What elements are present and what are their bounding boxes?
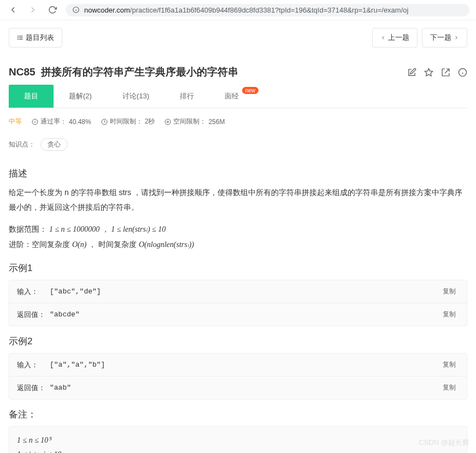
problem-list-button[interactable]: 题目列表	[9, 28, 62, 48]
edit-icon[interactable]	[407, 68, 416, 77]
example1-input-row: 输入： ["abc","de"] 复制	[9, 280, 467, 303]
browser-bar: nowcoder.com/practice/f1f6a1a1b6f6409b94…	[0, 0, 476, 20]
meta-row: 中等 通过率：40.48% 时间限制：2秒 空间限制：256M	[9, 108, 467, 135]
prev-label: 上一题	[388, 33, 409, 43]
svg-point-14	[167, 121, 169, 122]
svg-point-6	[18, 39, 19, 40]
share-icon[interactable]	[441, 68, 450, 77]
chevron-left-icon	[380, 35, 386, 40]
desc-body: 给定一个长度为 n 的字符串数组 strs ，请找到一种拼接顺序，使得数组中所有…	[9, 185, 467, 214]
example2-title: 示例2	[9, 335, 467, 348]
title-row: NC85 拼接所有的字符串产生字典序最小的字符串	[9, 55, 467, 85]
url-bar[interactable]: nowcoder.com/practice/f1f6a1a1b6f6409b94…	[66, 4, 469, 16]
reload-button[interactable]	[46, 3, 59, 16]
example2-input-row: 输入： ["a","a","b"] 复制	[9, 354, 467, 376]
pass-rate: 通过率：40.48%	[32, 117, 91, 126]
remark-line2: 1 ≤ |strsᵢ| ≤ 10	[17, 448, 459, 453]
example1-box: 输入： ["abc","de"] 复制 返回值： "abcde" 复制	[9, 280, 467, 326]
example1-return-row: 返回值： "abcde" 复制	[9, 303, 467, 326]
example2-box: 输入： ["a","a","b"] 复制 返回值： "aab" 复制	[9, 353, 467, 399]
tab-discuss[interactable]: 讨论(13)	[107, 85, 164, 108]
example1-title: 示例1	[9, 262, 467, 274]
svg-point-13	[165, 119, 171, 125]
svg-point-11	[32, 119, 38, 125]
prev-problem-button[interactable]: 上一题	[372, 28, 418, 48]
svg-point-5	[18, 38, 19, 38]
site-info-icon	[72, 6, 80, 14]
range-math: 1 ≤ n ≤ 1000000 ， 1 ≤ len(strsᵢ) ≤ 10	[49, 225, 166, 233]
url-domain: nowcoder.com	[84, 6, 130, 14]
tab-rank[interactable]: 排行	[164, 85, 209, 108]
data-range: 数据范围： 1 ≤ n ≤ 1000000 ， 1 ≤ len(strsᵢ) ≤…	[9, 222, 467, 252]
tab-experience[interactable]: 面经 new	[209, 85, 254, 108]
svg-marker-7	[425, 68, 432, 75]
title-actions	[407, 68, 467, 77]
copy-button[interactable]: 复制	[439, 286, 459, 297]
tab-solution[interactable]: 题解(2)	[54, 85, 107, 108]
remark-title: 备注：	[9, 408, 467, 421]
next-label: 下一题	[430, 33, 451, 43]
example1-input: ["abc","de"]	[50, 287, 439, 296]
knowledge-label: 知识点：	[9, 140, 35, 149]
tab-problem[interactable]: 题目	[9, 85, 54, 108]
problem-title: NC85 拼接所有的字符串产生字典序最小的字符串	[9, 65, 238, 79]
example2-return: "aab"	[50, 384, 439, 392]
problem-list-label: 题目列表	[26, 33, 54, 43]
back-button[interactable]	[7, 3, 20, 16]
knowledge-chip[interactable]: 贪心	[40, 138, 68, 151]
space-limit: 空间限制：256M	[164, 117, 225, 126]
space-icon	[164, 119, 171, 125]
forward-button[interactable]	[26, 3, 39, 16]
content: NC85 拼接所有的字符串产生字典序最小的字符串 题目 题解(2) 讨论(13)…	[0, 55, 476, 453]
svg-point-4	[18, 36, 19, 37]
remark-box: 1 ≤ n ≤ 10⁵ 1 ≤ |strsᵢ| ≤ 10	[9, 426, 467, 453]
copy-button[interactable]: 复制	[439, 382, 459, 393]
knowledge-row: 知识点： 贪心	[9, 135, 467, 161]
tabs: 题目 题解(2) 讨论(13) 排行 面经 new	[9, 85, 467, 108]
example2-return-row: 返回值： "aab" 复制	[9, 376, 467, 399]
url-path: /practice/f1f6a1a1b6f6409b944f869dc8fd33…	[130, 6, 409, 14]
check-circle-icon	[32, 119, 38, 125]
topbar: 题目列表 上一题 下一题	[0, 20, 476, 55]
info-icon[interactable]	[458, 68, 467, 77]
difficulty-tag: 中等	[9, 117, 22, 126]
chevron-right-icon	[454, 35, 459, 40]
clock-icon	[101, 119, 108, 125]
remark-line1: 1 ≤ n ≤ 10⁵	[17, 433, 459, 447]
example2-input: ["a","a","b"]	[50, 361, 439, 369]
copy-button[interactable]: 复制	[439, 359, 459, 370]
example1-return: "abcde"	[50, 310, 439, 319]
star-icon[interactable]	[424, 68, 433, 77]
next-problem-button[interactable]: 下一题	[422, 28, 467, 48]
time-limit: 时间限制：2秒	[101, 117, 155, 126]
copy-button[interactable]: 复制	[439, 309, 459, 320]
new-badge: new	[242, 87, 258, 94]
list-icon	[17, 34, 23, 41]
desc-title: 描述	[9, 167, 467, 180]
